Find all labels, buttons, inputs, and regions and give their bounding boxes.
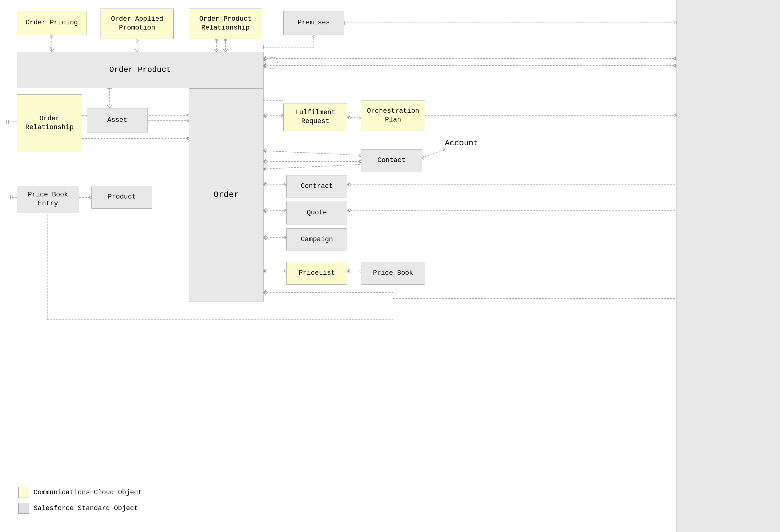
order-product-relationship-node: Order ProductRelationship — [189, 8, 262, 39]
right-panel — [676, 0, 780, 532]
product-node: Product — [91, 186, 152, 209]
svg-line-41 — [263, 164, 361, 169]
contract-node: Contract — [286, 175, 347, 198]
legend-salesforce-label: Salesforce Standard Object — [34, 504, 138, 512]
price-book-node: Price Book — [361, 262, 425, 285]
pricelist-node: PriceList — [286, 262, 347, 285]
svg-point-72 — [674, 21, 676, 24]
order-node: Order — [189, 88, 263, 302]
order-pricing-node: Order Pricing — [17, 11, 87, 35]
order-relationship-node: OrderRelationship — [17, 94, 82, 152]
svg-line-36 — [263, 151, 361, 155]
svg-point-70 — [674, 114, 676, 117]
svg-point-6 — [136, 39, 138, 41]
price-book-entry-node: Price BookEntry — [17, 186, 79, 213]
order-applied-promotion-node: Order AppliedPromotion — [101, 8, 174, 39]
diagram-container: Order Pricing Order AppliedPromotion Ord… — [0, 0, 780, 532]
legend-gray-box — [18, 503, 29, 514]
order-product-node: Order Product — [17, 52, 263, 88]
premises-node: Premises — [283, 11, 344, 35]
legend: Communications Cloud Object Salesforce S… — [18, 487, 142, 514]
contact-node: Contact — [361, 149, 422, 172]
asset-node: Asset — [87, 108, 148, 132]
legend-communications-label: Communications Cloud Object — [34, 489, 142, 496]
svg-point-8 — [215, 39, 217, 41]
fulfilment-request-node: FulfilmentRequest — [283, 104, 347, 131]
quote-node: Quote — [286, 202, 347, 224]
svg-line-38 — [422, 149, 445, 158]
svg-point-13 — [312, 35, 315, 38]
orchestration-plan-node: OrchestrationPlan — [361, 101, 425, 131]
legend-salesforce-standard: Salesforce Standard Object — [18, 503, 142, 514]
legend-communications-cloud: Communications Cloud Object — [18, 487, 142, 498]
svg-point-18 — [674, 64, 676, 67]
svg-point-10 — [224, 39, 227, 41]
campaign-node: Campaign — [286, 228, 347, 251]
account-label: Account — [445, 139, 478, 148]
svg-point-16 — [674, 57, 676, 60]
legend-yellow-box — [18, 487, 29, 498]
svg-point-4 — [51, 35, 53, 38]
